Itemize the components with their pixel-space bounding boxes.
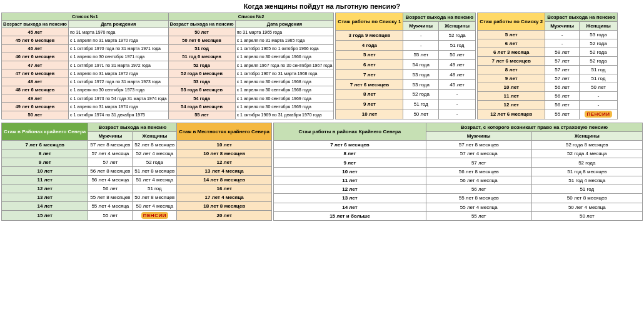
main-title: Когда женщины пойдут на льготную пенсию? bbox=[0, 0, 644, 13]
mid-stazh: 3 года 9 месяцев bbox=[336, 31, 403, 41]
list2-header: Список №2 bbox=[168, 13, 334, 21]
bot-left-f: 50 лет 4 месяца bbox=[133, 202, 177, 211]
bot-left-f: 52 лет 4 месяца bbox=[133, 149, 177, 158]
list-dates1: с 1 октября 1974 по 31 декабря 1975 bbox=[69, 111, 169, 119]
list-dates2: с 1 апреля по 31 марта 1965 года bbox=[235, 36, 334, 44]
bot-right-m: 56 лет bbox=[426, 185, 531, 194]
bot-mestnost-header: Стаж в Местностях крайнего Севера bbox=[177, 123, 272, 141]
bot-right-f: 51 год 4 месяца bbox=[531, 176, 642, 185]
top-section: Список №1 Список №2 Возраст выхода на пе… bbox=[0, 13, 644, 119]
list-dates2: с 1 апреля по 30 сентября 1969 года bbox=[235, 103, 334, 111]
bot-right-m: 55 лет 4 месяца bbox=[426, 203, 531, 211]
bot-right-m: 57 лет 4 месяца bbox=[426, 149, 531, 158]
list-col1: Возраст выхода на пенсию bbox=[2, 21, 69, 28]
bot-left-row: 14 лет 55 лет 4 месяца 50 лет 4 месяца 1… bbox=[2, 202, 272, 211]
mid2-stazh: 6 лет 3 месяца bbox=[478, 48, 545, 57]
mid-f: 49 лет bbox=[439, 60, 476, 70]
mid-m: 52 года bbox=[403, 89, 439, 99]
mid-stazh: 7 лет 6 месяцев bbox=[336, 79, 403, 89]
bot-right-m: 56 лет 4 месяца bbox=[426, 176, 531, 185]
mid2-f: 50 лет bbox=[579, 83, 617, 92]
mid-stazh: 4 года bbox=[336, 40, 403, 50]
bot-left-row: 15 лет 55 лет ПЕНСИИ 20 лет bbox=[2, 211, 272, 221]
bot-right-row: 9 лет 57 лет 52 года bbox=[273, 158, 642, 167]
bot-right-row: 12 лет 56 лет 51 год bbox=[273, 185, 642, 194]
list-dates1: с 1 октября 1973 по 54 года 31 марта 197… bbox=[69, 94, 169, 103]
mid-m: 51 год bbox=[403, 99, 439, 109]
bot-right-stazh: 7 лет 6 месяцев bbox=[273, 141, 426, 149]
list-dates2: с 1 октября 1965 по 1 октября 1966 года bbox=[235, 44, 334, 53]
bot-left-m: 56 лет 4 месяца bbox=[88, 176, 133, 185]
bot-right-row: 10 лет 56 лет 8 месяцев 51 год 8 месяцев bbox=[273, 167, 642, 176]
bot-left-mestnost: 17 лет 4 месяца bbox=[177, 193, 272, 202]
list-row: 45 лет 6 месяцев с 1 апреля по 31 марта … bbox=[2, 36, 334, 44]
mid2-m: 57 лет bbox=[545, 66, 580, 74]
mid-m: - bbox=[403, 40, 439, 50]
bot-right-f: 52 года 4 месяца bbox=[531, 149, 642, 158]
list-age1: 49 лет bbox=[2, 94, 69, 103]
bot-right-stazh: 14 лет bbox=[273, 203, 426, 211]
mid2-f: 52 года bbox=[579, 48, 617, 57]
list-age1: 48 лет 6 месяцев bbox=[2, 86, 69, 94]
mid2-m: 55 лет bbox=[545, 109, 580, 119]
bot-right-m: 55 лет bbox=[426, 211, 531, 220]
bot-left-m: 57 лет bbox=[88, 158, 133, 167]
bot-right-stazh: 12 лет bbox=[273, 185, 426, 194]
mid2-f: ПЕНСИИ bbox=[579, 109, 617, 119]
mid-row: 7 лет 6 месяцев 53 года 45 лет bbox=[336, 79, 476, 89]
list-dates1: с 1 октября 1970 года по 31 марта 1971 г… bbox=[69, 44, 169, 53]
bot-left-m: 55 лет 4 месяца bbox=[88, 202, 133, 211]
bot-sever-header: Стаж в Районах крайнего Севера bbox=[2, 123, 88, 141]
bot-left-row: 11 лет 56 лет 4 месяца 51 лет 4 месяца 1… bbox=[2, 176, 272, 185]
bot-left-mestnost: 20 лет bbox=[177, 211, 272, 221]
bot-left-m: 57 лет 8 месяцев bbox=[88, 141, 133, 149]
list-row: 47 лет 6 месяцев с 1 апреля по 31 марта … bbox=[2, 69, 334, 78]
bot-right-row: 15 лет и больше 55 лет 50 лет bbox=[273, 211, 642, 220]
bot-left-f: 51 год bbox=[133, 185, 177, 193]
mid-stazh: 6 лет bbox=[336, 60, 403, 70]
list-age2: 51 год 6 месяцев bbox=[168, 53, 235, 61]
bot-left-f: 50 лет 8 месяцев bbox=[133, 193, 177, 202]
bot-left-stazh: 12 лет bbox=[2, 185, 88, 193]
mid-stazh: 9 лет bbox=[336, 99, 403, 109]
bot-left-row: 10 лет 56 лет 8 месяцев 51 лет 8 месяцев… bbox=[2, 167, 272, 176]
bottom-right-table: Стаж работы в районах Крайнего Севера Во… bbox=[273, 123, 643, 221]
mid-f: 52 года bbox=[439, 31, 476, 41]
mid-row: 4 года - 51 год bbox=[336, 40, 476, 50]
bottom-section: Стаж в Районах крайнего Севера Возраст в… bbox=[0, 121, 644, 221]
bot-left-mestnost: 16 лет bbox=[177, 185, 272, 193]
list1-header: Список №1 bbox=[2, 13, 169, 21]
mid-f: - bbox=[439, 99, 476, 109]
bot-left-row: 13 лет 55 лет 8 месяцев 50 лет 8 месяцев… bbox=[2, 193, 272, 202]
bot-left-f: 52 лет 8 месяцев bbox=[133, 141, 177, 149]
bot-left-row: 8 лет 57 лет 4 месяца 52 лет 4 месяца 10… bbox=[2, 149, 272, 158]
list-row: 48 лет с 1 октября 1972 года по 31 марта… bbox=[2, 78, 334, 86]
mid2-stazh-header: Стаж работы по Списку 2 bbox=[478, 13, 545, 31]
list-age2: 53 года 6 месяцев bbox=[168, 86, 235, 94]
list-age2: 54 года 6 месяцев bbox=[168, 103, 235, 111]
mid2-row: 12 лет 6 месяцев 55 лет ПЕНСИИ bbox=[478, 109, 618, 119]
mid2-m: 57 лет bbox=[545, 74, 580, 83]
mid2-row: 11 лет 56 лет - bbox=[478, 92, 618, 101]
bot-right-row: 8 лет 57 лет 4 месяца 52 года 4 месяца bbox=[273, 149, 642, 158]
mid2-row: 5 лет - 53 года bbox=[478, 31, 618, 39]
mid-m: 53 года bbox=[403, 79, 439, 89]
bot-right-f: 52 года bbox=[531, 158, 642, 167]
list-dates2: с 1 апреля по 30 сентября 1966 года bbox=[235, 53, 334, 61]
mid-m: 53 года bbox=[403, 70, 439, 80]
bot-left-f: ПЕНСИИ bbox=[133, 211, 177, 221]
mid-f: - bbox=[439, 109, 476, 119]
mid2-f: 52 года bbox=[579, 57, 617, 66]
list-age2: 50 лет bbox=[168, 28, 235, 36]
list-age2: 51 год bbox=[168, 44, 235, 53]
mid2-col-m: Мужчины bbox=[545, 22, 580, 31]
mid-f: - bbox=[439, 89, 476, 99]
bot-left-mestnost: 18 лет 8 месяцев bbox=[177, 202, 272, 211]
bot-right-stazh: 11 лет bbox=[273, 176, 426, 185]
bot-left-f: 51 лет 4 месяца bbox=[133, 176, 177, 185]
bot-right-f: 50 лет 4 месяца bbox=[531, 203, 642, 211]
bot-left-stazh: 11 лет bbox=[2, 176, 88, 185]
list-age1: 50 лет bbox=[2, 111, 69, 119]
mid-stazh: 10 лет bbox=[336, 109, 403, 119]
list-age1: 48 лет bbox=[2, 78, 69, 86]
